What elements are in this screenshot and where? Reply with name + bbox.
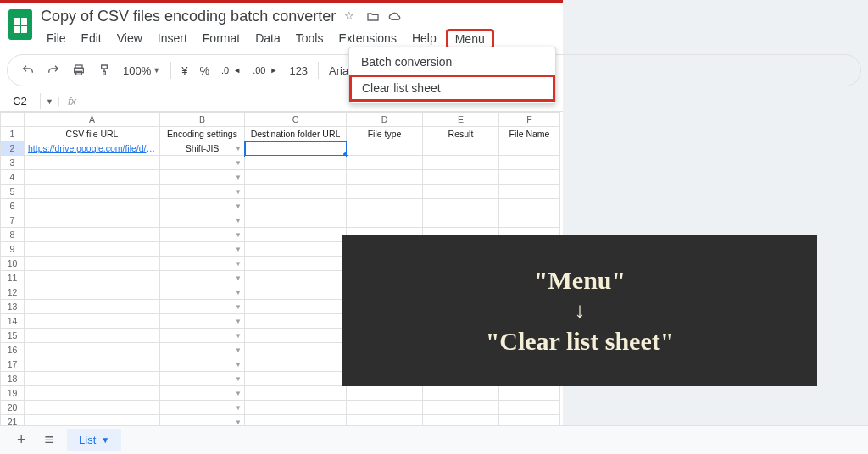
dropdown-arrow-icon[interactable]: ▼: [235, 231, 242, 239]
dropdown-arrow-icon[interactable]: ▼: [235, 217, 242, 224]
add-sheet-button[interactable]: +: [12, 428, 31, 452]
row-header[interactable]: 2: [1, 141, 25, 156]
cell[interactable]: [25, 185, 160, 199]
row-header[interactable]: 12: [1, 285, 25, 300]
dropdown-arrow-icon[interactable]: ▼: [235, 361, 242, 368]
row-header[interactable]: 15: [1, 329, 25, 343]
cell[interactable]: [25, 401, 160, 415]
cell[interactable]: [245, 185, 347, 199]
cell[interactable]: [25, 228, 160, 242]
cell[interactable]: [25, 170, 160, 185]
sheet-tab-list[interactable]: List ▼: [67, 429, 121, 451]
undo-button[interactable]: [16, 60, 40, 80]
row-header[interactable]: 8: [1, 228, 25, 242]
dropdown-arrow-icon[interactable]: ▼: [235, 318, 242, 325]
cell[interactable]: [25, 213, 160, 228]
row-header[interactable]: 7: [1, 213, 25, 228]
row-header[interactable]: 13: [1, 300, 25, 314]
cell[interactable]: [499, 141, 560, 156]
cell[interactable]: ▼: [160, 372, 245, 386]
print-button[interactable]: [67, 60, 91, 80]
name-box-dropdown-icon[interactable]: ▼: [41, 97, 59, 106]
cell[interactable]: [499, 401, 560, 415]
cell[interactable]: [423, 401, 499, 415]
name-box[interactable]: C2: [0, 93, 41, 109]
menu-item-batch-conversion[interactable]: Batch conversion: [349, 49, 555, 75]
cell[interactable]: [499, 170, 560, 185]
cell[interactable]: [245, 285, 347, 300]
col-header-C[interactable]: C: [245, 113, 347, 127]
cell[interactable]: [245, 141, 347, 156]
redo-button[interactable]: [42, 60, 65, 80]
row-header[interactable]: 11: [1, 271, 25, 285]
move-folder-icon[interactable]: [366, 10, 380, 24]
cell[interactable]: [423, 141, 499, 156]
cell[interactable]: [25, 199, 160, 213]
cell[interactable]: [245, 401, 347, 415]
dropdown-arrow-icon[interactable]: ▼: [235, 159, 242, 167]
dropdown-arrow-icon[interactable]: ▼: [235, 188, 242, 196]
star-icon[interactable]: ☆: [344, 10, 358, 24]
cell[interactable]: [347, 401, 423, 415]
cell[interactable]: [347, 386, 423, 401]
cell[interactable]: ▼: [160, 300, 245, 314]
cell[interactable]: ▼: [160, 257, 245, 271]
cell[interactable]: ▼: [160, 199, 245, 213]
cell[interactable]: [347, 170, 423, 185]
cell[interactable]: [499, 156, 560, 170]
cell[interactable]: ▼: [160, 329, 245, 343]
row-header[interactable]: 17: [1, 357, 25, 372]
dropdown-arrow-icon[interactable]: ▼: [235, 145, 242, 152]
paint-format-button[interactable]: [92, 60, 116, 80]
row-header[interactable]: 1: [1, 127, 25, 141]
cell[interactable]: [245, 271, 347, 285]
cell[interactable]: [245, 329, 347, 343]
dropdown-arrow-icon[interactable]: ▼: [235, 289, 242, 296]
cell[interactable]: [25, 329, 160, 343]
cell[interactable]: ▼: [160, 357, 245, 372]
cell[interactable]: [25, 343, 160, 357]
col-header-F[interactable]: F: [499, 113, 560, 127]
cell[interactable]: File type: [347, 127, 423, 141]
cell[interactable]: [25, 357, 160, 372]
cell[interactable]: [499, 185, 560, 199]
cell[interactable]: [423, 213, 499, 228]
dropdown-arrow-icon[interactable]: ▼: [235, 303, 242, 311]
cell[interactable]: [25, 386, 160, 401]
cloud-status-icon[interactable]: [388, 10, 402, 24]
menu-insert[interactable]: Insert: [152, 29, 193, 49]
menu-edit[interactable]: Edit: [75, 29, 108, 49]
cell[interactable]: ▼: [160, 170, 245, 185]
dropdown-arrow-icon[interactable]: ▼: [235, 375, 242, 383]
row-header[interactable]: 4: [1, 170, 25, 185]
cell[interactable]: ▼: [160, 386, 245, 401]
cell[interactable]: ▼: [160, 156, 245, 170]
cell[interactable]: ▼: [160, 314, 245, 329]
select-all-corner[interactable]: [1, 113, 25, 127]
col-header-D[interactable]: D: [347, 113, 423, 127]
cell[interactable]: [245, 228, 347, 242]
cell[interactable]: [347, 213, 423, 228]
cell[interactable]: [423, 185, 499, 199]
increase-decimal-button[interactable]: .00 ►: [248, 62, 282, 79]
cell[interactable]: [245, 386, 347, 401]
cell[interactable]: Shift-JIS▼: [160, 141, 245, 156]
menu-format[interactable]: Format: [197, 29, 246, 49]
row-header[interactable]: 5: [1, 185, 25, 199]
cell[interactable]: Encoding settings: [160, 127, 245, 141]
row-header[interactable]: 9: [1, 242, 25, 257]
row-header[interactable]: 14: [1, 314, 25, 329]
cell[interactable]: [423, 156, 499, 170]
cell[interactable]: ▼: [160, 213, 245, 228]
percent-format-button[interactable]: %: [194, 61, 214, 80]
row-header[interactable]: 16: [1, 343, 25, 357]
dropdown-arrow-icon[interactable]: ▼: [235, 274, 242, 282]
cell[interactable]: ▼: [160, 271, 245, 285]
cell[interactable]: [245, 357, 347, 372]
dropdown-arrow-icon[interactable]: ▼: [235, 260, 242, 268]
cell[interactable]: [245, 300, 347, 314]
dropdown-arrow-icon[interactable]: ▼: [235, 346, 242, 354]
cell[interactable]: ▼: [160, 185, 245, 199]
dropdown-arrow-icon[interactable]: ▼: [235, 404, 242, 412]
dropdown-arrow-icon[interactable]: ▼: [235, 332, 242, 340]
